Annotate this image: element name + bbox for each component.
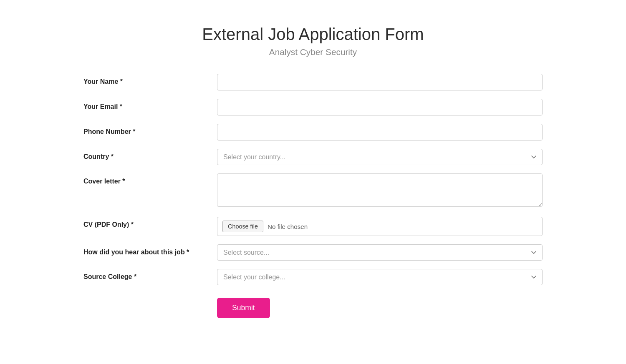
cv-file-wrap: Choose file No file chosen	[217, 217, 543, 236]
college-row: Source College * Select your college...	[83, 269, 543, 285]
submit-row: Submit	[83, 294, 543, 318]
your-name-input[interactable]	[217, 74, 543, 90]
cover-letter-textarea[interactable]	[217, 173, 543, 207]
source-control: Select source...	[217, 244, 543, 261]
cover-letter-control	[217, 173, 543, 208]
country-label: Country *	[83, 149, 217, 161]
phone-number-control	[217, 124, 543, 141]
cv-row: CV (PDF Only) * Choose file No file chos…	[83, 217, 543, 236]
cover-letter-row: Cover letter *	[83, 173, 543, 208]
country-row: Country * Select your country...	[83, 149, 543, 165]
choose-file-button[interactable]: Choose file	[222, 221, 263, 232]
form-header: External Job Application Form Analyst Cy…	[79, 25, 547, 57]
your-email-input[interactable]	[217, 99, 543, 115]
your-email-label: Your Email *	[83, 99, 217, 110]
form-subtitle: Analyst Cyber Security	[79, 47, 547, 57]
your-email-control	[217, 99, 543, 115]
college-control: Select your college...	[217, 269, 543, 285]
cv-control: Choose file No file chosen	[217, 217, 543, 236]
phone-number-label: Phone Number *	[83, 124, 217, 136]
cover-letter-label: Cover letter *	[83, 173, 217, 185]
college-select[interactable]: Select your college...	[217, 269, 543, 285]
your-email-row: Your Email *	[83, 99, 543, 115]
form-body: Your Name * Your Email * Phone Number * …	[83, 74, 543, 318]
your-name-control	[217, 74, 543, 90]
your-name-label: Your Name *	[83, 74, 217, 85]
country-select[interactable]: Select your country...	[217, 149, 543, 165]
source-select[interactable]: Select source...	[217, 244, 543, 261]
source-label: How did you hear about this job *	[83, 244, 217, 256]
country-control: Select your country...	[217, 149, 543, 165]
form-title: External Job Application Form	[79, 25, 547, 44]
phone-number-row: Phone Number *	[83, 124, 543, 141]
your-name-row: Your Name *	[83, 74, 543, 90]
phone-number-input[interactable]	[217, 124, 543, 141]
college-label: Source College *	[83, 269, 217, 281]
file-name-label: No file chosen	[268, 223, 308, 230]
source-row: How did you hear about this job * Select…	[83, 244, 543, 261]
submit-button[interactable]: Submit	[217, 298, 270, 318]
page-container: External Job Application Form Analyst Cy…	[63, 0, 563, 360]
cv-label: CV (PDF Only) *	[83, 217, 217, 228]
